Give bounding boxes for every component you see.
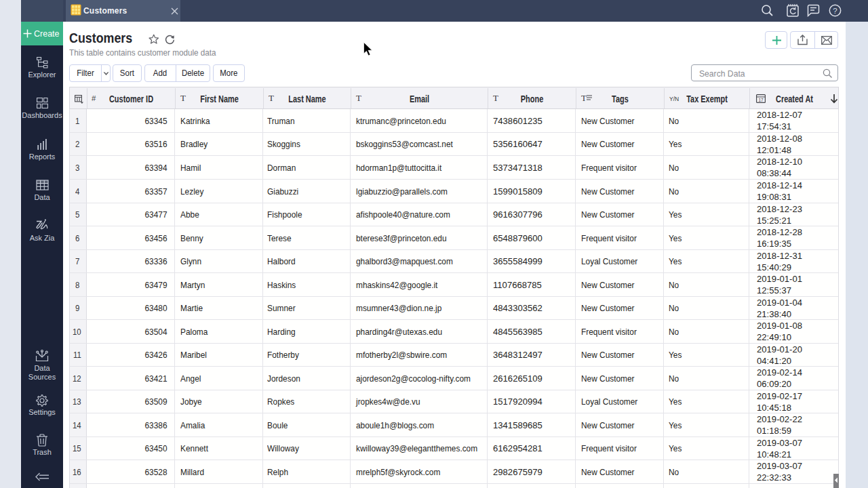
svg-text:?: ? xyxy=(833,7,837,15)
